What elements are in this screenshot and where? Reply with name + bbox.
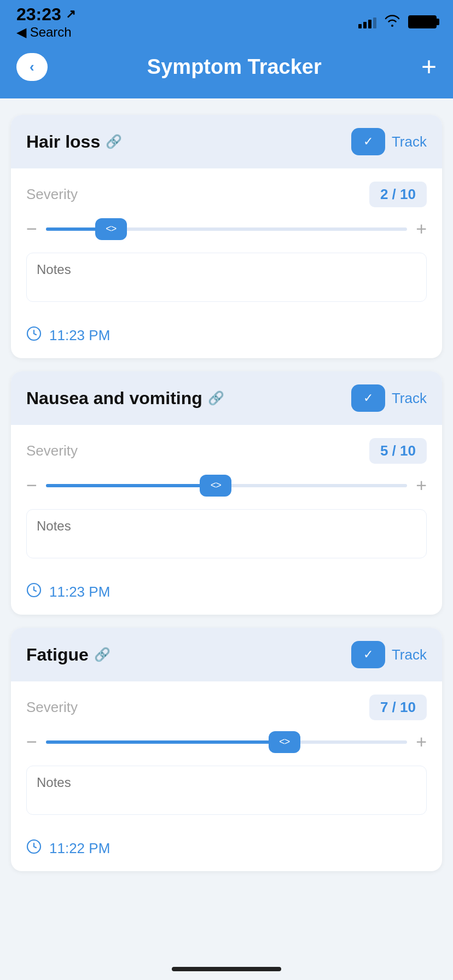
- symptom-card-hair-loss: Hair loss 🔗 ✓ Track Severity 2 / 10 −: [11, 115, 442, 358]
- track-label-hair-loss: Track: [392, 133, 427, 150]
- track-button-hair-loss[interactable]: ✓: [351, 128, 385, 155]
- clock-icon-fatigue: [26, 839, 42, 858]
- timestamp-nausea: 11:23 PM: [49, 584, 110, 600]
- severity-label-nausea: Severity: [26, 442, 78, 459]
- status-time: 23:23 ↗: [16, 4, 76, 25]
- slider-row-fatigue: − <> +: [26, 731, 427, 752]
- symptom-card-nausea: Nausea and vomiting 🔗 ✓ Track Severity 5…: [11, 371, 442, 615]
- slider-thumb-hair-loss[interactable]: <>: [95, 218, 127, 240]
- slider-thumb-icon: <>: [106, 223, 116, 235]
- wifi-icon: [384, 14, 400, 31]
- card-footer-hair-loss: 11:23 PM: [11, 317, 442, 358]
- slider-thumb-icon-nausea: <>: [211, 480, 221, 491]
- page-title: Symptom Tracker: [147, 55, 322, 79]
- card-body-hair-loss: Severity 2 / 10 − <> +: [11, 168, 442, 317]
- card-footer-fatigue: 11:22 PM: [11, 830, 442, 871]
- card-body-nausea: Severity 5 / 10 − <> +: [11, 425, 442, 574]
- slider-fill-nausea: [46, 484, 216, 487]
- back-search[interactable]: ◀ Search: [16, 25, 76, 40]
- symptom-list: Hair loss 🔗 ✓ Track Severity 2 / 10 −: [0, 98, 453, 904]
- notes-input-hair-loss[interactable]: [26, 253, 427, 302]
- symptom-card-fatigue: Fatigue 🔗 ✓ Track Severity 7 / 10 −: [11, 628, 442, 871]
- severity-label: Severity: [26, 186, 78, 203]
- slider-plus-nausea[interactable]: +: [416, 475, 427, 496]
- card-body-fatigue: Severity 7 / 10 − <> +: [11, 681, 442, 830]
- track-button-nausea[interactable]: ✓: [351, 384, 385, 412]
- symptom-name-nausea: Nausea and vomiting: [26, 388, 202, 409]
- slider-track-fatigue[interactable]: <>: [46, 740, 407, 744]
- track-label-nausea: Track: [392, 390, 427, 407]
- back-button[interactable]: ‹: [16, 53, 48, 81]
- home-indicator: [172, 967, 281, 971]
- track-button-fatigue[interactable]: ✓: [351, 641, 385, 668]
- symptom-name-fatigue: Fatigue: [26, 645, 89, 665]
- slider-fill-fatigue: [46, 740, 284, 744]
- track-check-icon: ✓: [363, 135, 373, 149]
- severity-value-fatigue: 7 / 10: [369, 695, 427, 720]
- slider-minus-hair-loss[interactable]: −: [26, 218, 37, 240]
- back-chevron-icon: ‹: [30, 59, 34, 75]
- card-header-hair-loss: Hair loss 🔗 ✓ Track: [11, 115, 442, 168]
- slider-row-nausea: − <> +: [26, 475, 427, 496]
- clock-icon-nausea: [26, 582, 42, 602]
- severity-label-fatigue: Severity: [26, 699, 78, 716]
- clock-icon-hair-loss: [26, 326, 42, 345]
- slider-plus-fatigue[interactable]: +: [416, 731, 427, 752]
- add-symptom-button[interactable]: +: [421, 54, 437, 80]
- card-title-row: Hair loss 🔗: [26, 132, 122, 152]
- status-left: 23:23 ↗ ◀ Search: [16, 4, 76, 40]
- edit-icon-nausea[interactable]: 🔗: [208, 390, 224, 406]
- track-btn-wrapper-nausea: ✓ Track: [351, 384, 427, 412]
- signal-bars: [358, 15, 376, 28]
- edit-icon-hair-loss[interactable]: 🔗: [106, 134, 122, 149]
- card-title-row-fatigue: Fatigue 🔗: [26, 645, 111, 665]
- track-btn-wrapper: ✓ Track: [351, 128, 427, 155]
- card-header-nausea: Nausea and vomiting 🔗 ✓ Track: [11, 371, 442, 425]
- severity-value-hair-loss: 2 / 10: [369, 182, 427, 207]
- slider-thumb-icon-fatigue: <>: [279, 736, 289, 748]
- severity-value-nausea: 5 / 10: [369, 438, 427, 464]
- slider-minus-nausea[interactable]: −: [26, 475, 37, 496]
- nav-bar: ‹ Symptom Tracker +: [0, 44, 453, 98]
- slider-thumb-fatigue[interactable]: <>: [269, 731, 300, 753]
- time-display: 23:23: [16, 4, 61, 25]
- severity-row-nausea: Severity 5 / 10: [26, 438, 427, 464]
- track-btn-wrapper-fatigue: ✓ Track: [351, 641, 427, 668]
- slider-plus-hair-loss[interactable]: +: [416, 218, 427, 240]
- track-check-icon-nausea: ✓: [363, 391, 373, 405]
- severity-row-fatigue: Severity 7 / 10: [26, 695, 427, 720]
- battery-icon: [408, 15, 437, 28]
- card-title-row-nausea: Nausea and vomiting 🔗: [26, 388, 224, 409]
- slider-thumb-nausea[interactable]: <>: [200, 475, 231, 497]
- symptom-name-hair-loss: Hair loss: [26, 132, 100, 152]
- timestamp-hair-loss: 11:23 PM: [49, 327, 110, 344]
- notes-input-nausea[interactable]: [26, 509, 427, 558]
- severity-row-hair-loss: Severity 2 / 10: [26, 182, 427, 207]
- timestamp-fatigue: 11:22 PM: [49, 840, 110, 857]
- slider-track-nausea[interactable]: <>: [46, 484, 407, 487]
- track-label-fatigue: Track: [392, 646, 427, 663]
- location-icon: ↗: [66, 7, 76, 21]
- edit-icon-fatigue[interactable]: 🔗: [94, 647, 111, 662]
- card-header-fatigue: Fatigue 🔗 ✓ Track: [11, 628, 442, 681]
- slider-row-hair-loss: − <> +: [26, 218, 427, 240]
- slider-track-hair-loss[interactable]: <>: [46, 228, 407, 231]
- status-right: [358, 14, 437, 31]
- slider-minus-fatigue[interactable]: −: [26, 731, 37, 752]
- card-footer-nausea: 11:23 PM: [11, 574, 442, 615]
- status-bar: 23:23 ↗ ◀ Search: [0, 0, 453, 44]
- track-check-icon-fatigue: ✓: [363, 648, 373, 662]
- notes-input-fatigue[interactable]: [26, 766, 427, 815]
